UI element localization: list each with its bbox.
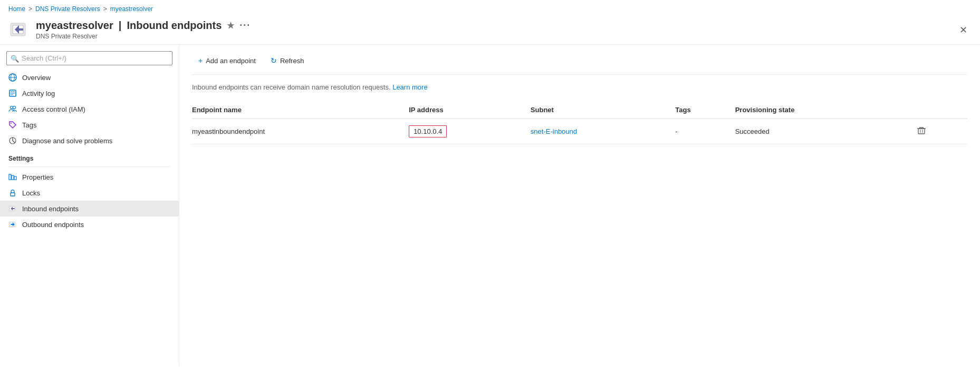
refresh-icon: ↻ — [271, 56, 277, 65]
inbound-icon — [8, 204, 17, 213]
sidebar: 🔍 Overview Activity log Access control (… — [0, 45, 179, 366]
resource-name: myeastresolver — [36, 19, 113, 32]
iam-icon — [8, 105, 17, 113]
breadcrumb-home[interactable]: Home — [8, 5, 25, 13]
col-provisioning-state: Provisioning state — [735, 102, 916, 119]
col-endpoint-name: Endpoint name — [192, 102, 409, 119]
add-icon: + — [198, 56, 203, 65]
svg-rect-15 — [14, 176, 16, 180]
sidebar-item-overview[interactable]: Overview — [0, 70, 179, 85]
properties-icon — [8, 173, 17, 181]
header-title-area: myeastresolver | Inbound endpoints ★ ···… — [36, 19, 972, 40]
sidebar-item-inbound-endpoints[interactable]: Inbound endpoints — [0, 201, 179, 216]
col-actions — [915, 102, 967, 119]
page-header: myeastresolver | Inbound endpoints ★ ···… — [0, 16, 980, 45]
toolbar: + Add an endpoint ↻ Refresh — [192, 53, 967, 75]
add-endpoint-label: Add an endpoint — [206, 57, 256, 65]
activity-log-icon — [8, 89, 17, 97]
ip-address-value: 10.10.0.4 — [409, 125, 447, 137]
sidebar-item-diagnose[interactable]: Diagnose and solve problems — [0, 133, 179, 149]
row-actions — [915, 119, 967, 144]
more-options-button[interactable]: ··· — [239, 20, 251, 31]
sidebar-item-outbound-endpoints[interactable]: Outbound endpoints — [0, 216, 179, 232]
outbound-icon — [8, 220, 17, 229]
settings-divider — [8, 166, 170, 167]
svg-rect-14 — [12, 175, 14, 180]
col-tags: Tags — [675, 102, 735, 119]
info-description: Inbound endpoints can receive domain nam… — [192, 83, 391, 91]
sidebar-item-properties[interactable]: Properties — [0, 169, 179, 185]
svg-rect-13 — [9, 174, 11, 180]
col-subnet: Subnet — [531, 102, 675, 119]
search-icon: 🔍 — [11, 54, 19, 62]
favorite-icon[interactable]: ★ — [227, 21, 234, 31]
search-input[interactable] — [6, 51, 172, 65]
refresh-button[interactable]: ↻ Refresh — [264, 53, 311, 68]
search-container: 🔍 — [6, 51, 172, 65]
globe-icon — [8, 73, 17, 82]
settings-section-label: Settings — [0, 149, 179, 164]
inbound-endpoints-label: Inbound endpoints — [22, 205, 79, 213]
tags-cell: - — [675, 119, 735, 144]
sidebar-item-locks[interactable]: Locks — [0, 185, 179, 201]
provisioning-state-cell: Succeeded — [735, 119, 916, 144]
locks-label: Locks — [22, 189, 40, 197]
info-text: Inbound endpoints can receive domain nam… — [192, 83, 967, 91]
svg-point-9 — [11, 106, 13, 109]
learn-more-link[interactable]: Learn more — [392, 83, 427, 91]
close-button[interactable]: ✕ — [955, 22, 972, 38]
add-endpoint-button[interactable]: + Add an endpoint — [192, 53, 262, 68]
subnet-cell: snet-E-inbound — [531, 119, 675, 144]
refresh-label: Refresh — [280, 57, 304, 65]
resource-icon — [8, 19, 30, 40]
sidebar-item-access-control[interactable]: Access control (IAM) — [0, 101, 179, 117]
sidebar-item-activity-log[interactable]: Activity log — [0, 85, 179, 101]
col-ip-address: IP address — [409, 102, 531, 119]
table-body: myeastinboundendpoint 10.10.0.4 snet-E-i… — [192, 119, 967, 144]
endpoints-table: Endpoint name IP address Subnet Tags Pro… — [192, 102, 967, 144]
access-control-label: Access control (IAM) — [22, 105, 85, 113]
breadcrumb-resolver[interactable]: myeastresolver — [110, 5, 153, 13]
breadcrumb-dns[interactable]: DNS Private Resolvers — [35, 5, 100, 13]
properties-label: Properties — [22, 173, 53, 181]
endpoint-name: myeastinboundendpoint — [192, 119, 409, 144]
subnet-link[interactable]: snet-E-inbound — [531, 127, 577, 135]
table-row: myeastinboundendpoint 10.10.0.4 snet-E-i… — [192, 119, 967, 144]
tags-icon — [8, 121, 17, 129]
delete-icon — [917, 126, 926, 135]
svg-point-11 — [11, 123, 12, 124]
table-header: Endpoint name IP address Subnet Tags Pro… — [192, 102, 967, 119]
page-title: Inbound endpoints — [127, 19, 222, 32]
resource-subtitle: DNS Private Resolver — [36, 33, 972, 40]
lock-icon — [8, 189, 17, 197]
sidebar-item-tags[interactable]: Tags — [0, 117, 179, 133]
outbound-endpoints-label: Outbound endpoints — [22, 221, 84, 229]
diagnose-label: Diagnose and solve problems — [22, 137, 112, 145]
svg-rect-16 — [11, 193, 15, 196]
title-separator: | — [119, 19, 122, 32]
overview-label: Overview — [22, 74, 51, 82]
breadcrumb: Home > DNS Private Resolvers > myeastres… — [0, 0, 980, 16]
delete-button[interactable] — [915, 124, 928, 139]
diagnose-icon — [8, 136, 17, 145]
tags-label: Tags — [22, 121, 36, 129]
svg-point-10 — [13, 106, 16, 109]
main-layout: 🔍 Overview Activity log Access control (… — [0, 45, 980, 366]
activity-log-label: Activity log — [22, 90, 55, 97]
svg-rect-21 — [918, 129, 925, 134]
main-content: + Add an endpoint ↻ Refresh Inbound endp… — [179, 45, 980, 366]
ip-address-cell: 10.10.0.4 — [409, 119, 531, 144]
header-title: myeastresolver | Inbound endpoints ★ ··· — [36, 19, 972, 32]
